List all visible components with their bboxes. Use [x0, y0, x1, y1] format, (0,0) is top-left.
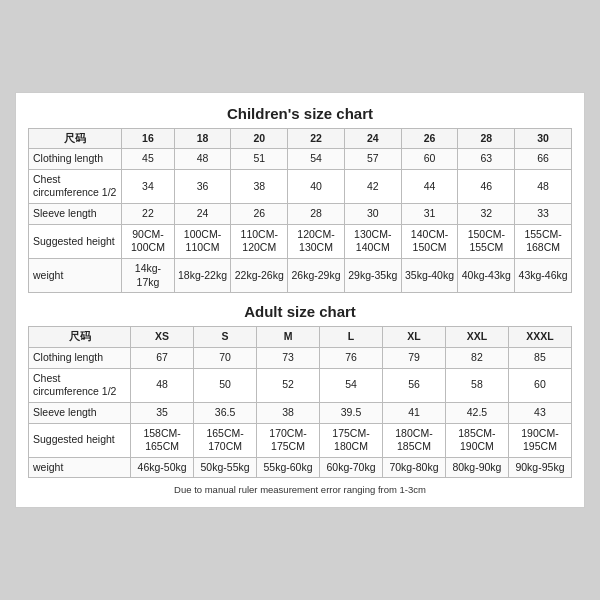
adult-col-header: XS	[131, 327, 194, 348]
adult-col-header: L	[320, 327, 383, 348]
table-cell: 43kg-46kg	[515, 259, 572, 293]
table-cell: 26kg-29kg	[288, 259, 345, 293]
children-col-header: 18	[174, 128, 231, 149]
table-cell: 51	[231, 149, 288, 170]
children-col-header: 16	[122, 128, 174, 149]
table-cell: 32	[458, 204, 515, 225]
table-cell: 52	[257, 368, 320, 402]
table-cell: 175CM-180CM	[320, 423, 383, 457]
children-col-header: 28	[458, 128, 515, 149]
row-label: weight	[29, 457, 131, 478]
table-cell: 70kg-80kg	[382, 457, 445, 478]
adult-table-header: 尺码XSSMLXLXXLXXXL	[29, 327, 572, 348]
table-cell: 26	[231, 204, 288, 225]
table-cell: 46kg-50kg	[131, 457, 194, 478]
table-cell: 22kg-26kg	[231, 259, 288, 293]
table-row: weight46kg-50kg50kg-55kg55kg-60kg60kg-70…	[29, 457, 572, 478]
table-cell: 110CM-120CM	[231, 224, 288, 258]
table-cell: 100CM-110CM	[174, 224, 231, 258]
table-cell: 73	[257, 347, 320, 368]
table-cell: 140CM-150CM	[401, 224, 458, 258]
adult-table-body: Clothing length67707376798285Chest circu…	[29, 347, 572, 477]
table-cell: 29kg-35kg	[344, 259, 401, 293]
table-cell: 70	[194, 347, 257, 368]
table-row: Suggested height158CM-165CM165CM-170CM17…	[29, 423, 572, 457]
table-row: Suggested height90CM-100CM100CM-110CM110…	[29, 224, 572, 258]
table-cell: 30	[344, 204, 401, 225]
adult-col-header: S	[194, 327, 257, 348]
table-cell: 14kg-17kg	[122, 259, 174, 293]
table-cell: 24	[174, 204, 231, 225]
children-col-header: 24	[344, 128, 401, 149]
table-cell: 90CM-100CM	[122, 224, 174, 258]
table-cell: 158CM-165CM	[131, 423, 194, 457]
table-row: Sleeve length3536.53839.54142.543	[29, 402, 572, 423]
table-cell: 130CM-140CM	[344, 224, 401, 258]
adult-col-header: M	[257, 327, 320, 348]
table-cell: 66	[515, 149, 572, 170]
children-col-header: 20	[231, 128, 288, 149]
table-cell: 42	[344, 169, 401, 203]
table-row: Clothing length4548515457606366	[29, 149, 572, 170]
table-cell: 82	[445, 347, 508, 368]
table-cell: 48	[131, 368, 194, 402]
table-row: Clothing length67707376798285	[29, 347, 572, 368]
table-cell: 79	[382, 347, 445, 368]
children-col-header: 26	[401, 128, 458, 149]
table-cell: 57	[344, 149, 401, 170]
table-cell: 185CM-190CM	[445, 423, 508, 457]
row-label: Clothing length	[29, 347, 131, 368]
table-cell: 40kg-43kg	[458, 259, 515, 293]
table-cell: 67	[131, 347, 194, 368]
table-cell: 35	[131, 402, 194, 423]
table-cell: 36	[174, 169, 231, 203]
table-cell: 48	[515, 169, 572, 203]
table-cell: 45	[122, 149, 174, 170]
table-cell: 36.5	[194, 402, 257, 423]
table-cell: 150CM-155CM	[458, 224, 515, 258]
table-cell: 90kg-95kg	[508, 457, 571, 478]
row-label: Chest circumference 1/2	[29, 169, 122, 203]
adult-col-header: XXL	[445, 327, 508, 348]
table-cell: 44	[401, 169, 458, 203]
footnote-text: Due to manual ruler measurement error ra…	[28, 484, 572, 495]
table-cell: 80kg-90kg	[445, 457, 508, 478]
table-cell: 120CM-130CM	[288, 224, 345, 258]
table-cell: 18kg-22kg	[174, 259, 231, 293]
table-cell: 55kg-60kg	[257, 457, 320, 478]
table-cell: 48	[174, 149, 231, 170]
adult-chart-title: Adult size chart	[28, 303, 572, 320]
table-cell: 22	[122, 204, 174, 225]
children-table-header: 尺码1618202224262830	[29, 128, 572, 149]
table-cell: 50	[194, 368, 257, 402]
table-cell: 46	[458, 169, 515, 203]
table-row: weight14kg-17kg18kg-22kg22kg-26kg26kg-29…	[29, 259, 572, 293]
table-cell: 58	[445, 368, 508, 402]
table-cell: 35kg-40kg	[401, 259, 458, 293]
table-cell: 34	[122, 169, 174, 203]
row-label: Clothing length	[29, 149, 122, 170]
table-cell: 40	[288, 169, 345, 203]
table-cell: 60	[508, 368, 571, 402]
children-chart-title: Children's size chart	[28, 105, 572, 122]
table-cell: 85	[508, 347, 571, 368]
table-cell: 180CM-185CM	[382, 423, 445, 457]
row-label: Suggested height	[29, 423, 131, 457]
table-row: Chest circumference 1/248505254565860	[29, 368, 572, 402]
table-row: Sleeve length2224262830313233	[29, 204, 572, 225]
row-label: Sleeve length	[29, 402, 131, 423]
adult-size-table: 尺码XSSMLXLXXLXXXL Clothing length67707376…	[28, 326, 572, 478]
table-cell: 190CM-195CM	[508, 423, 571, 457]
table-cell: 39.5	[320, 402, 383, 423]
children-col-header: 尺码	[29, 128, 122, 149]
row-label: Chest circumference 1/2	[29, 368, 131, 402]
table-cell: 38	[231, 169, 288, 203]
table-cell: 50kg-55kg	[194, 457, 257, 478]
table-cell: 31	[401, 204, 458, 225]
table-cell: 28	[288, 204, 345, 225]
adult-col-header: XXXL	[508, 327, 571, 348]
size-chart-wrapper: Children's size chart 尺码1618202224262830…	[15, 92, 585, 509]
row-label: weight	[29, 259, 122, 293]
table-cell: 42.5	[445, 402, 508, 423]
table-cell: 60	[401, 149, 458, 170]
